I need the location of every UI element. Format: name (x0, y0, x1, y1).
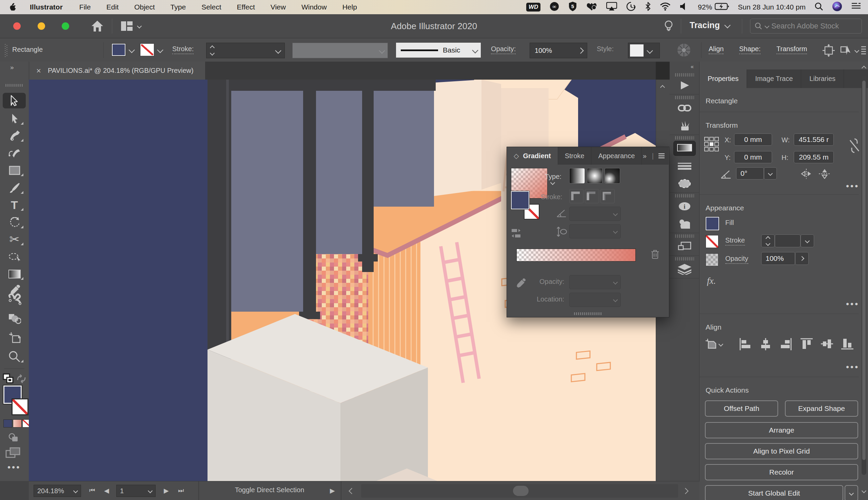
gradient-floating-panel[interactable]: ◇ Gradient Stroke Appearance » | Type: S… (507, 147, 669, 317)
rotate-angle-dropdown[interactable] (764, 167, 777, 180)
dock-drag-handle[interactable] (675, 257, 694, 261)
flip-horizontal-icon[interactable] (801, 169, 812, 181)
scroll-up-icon[interactable] (660, 85, 665, 90)
rotate-tool[interactable] (0, 215, 29, 230)
artboard-tool[interactable] (0, 330, 29, 345)
drag-handle[interactable] (5, 43, 8, 57)
reference-point-grid[interactable] (704, 137, 719, 154)
brushes-panel-icon[interactable] (670, 117, 699, 135)
apple-menu-icon[interactable] (9, 0, 21, 14)
dock-drag-handle[interactable] (675, 235, 694, 238)
appearance-opacity-swatch[interactable] (705, 253, 719, 266)
stroke-weight-field[interactable] (206, 43, 285, 58)
appearance-fill-swatch[interactable] (705, 217, 719, 230)
align-to-pixel-grid-button[interactable]: Align to Pixel Grid (705, 443, 858, 459)
appearance-stroke-label[interactable]: Stroke (725, 237, 745, 246)
siri-icon[interactable] (832, 1, 842, 13)
menu-edit[interactable]: Edit (99, 0, 126, 14)
stroke-along-button[interactable] (585, 189, 599, 203)
expand-shape-button[interactable]: Expand Shape (785, 400, 858, 417)
screen-mode-icon[interactable] (5, 447, 20, 460)
gradient-presets-chevron[interactable] (550, 180, 555, 185)
shape-link[interactable]: Shape: (739, 45, 760, 54)
actions-panel-icon[interactable] (670, 77, 699, 94)
opacity-field[interactable]: 100% (530, 43, 587, 58)
appearance-stroke-swatch[interactable] (705, 235, 719, 248)
recolor-artwork-icon[interactable] (677, 43, 691, 59)
panel-scrollbar-thumb[interactable] (862, 81, 866, 460)
expand-panel-icon[interactable]: » (643, 152, 647, 160)
stroke-weight-label[interactable]: Stroke: (172, 45, 193, 54)
toolbar-drag-handle[interactable] (5, 84, 24, 87)
stroke-weight-dropdown[interactable] (801, 235, 814, 247)
direct-selection-tool[interactable] (0, 111, 29, 127)
curvature-tool[interactable] (0, 145, 29, 161)
stroke-within-button[interactable] (569, 189, 583, 203)
selection-tool[interactable] (3, 93, 26, 109)
zoom-tool[interactable] (0, 349, 29, 364)
gradient-angle-dropdown[interactable] (569, 207, 621, 221)
bat-app-icon[interactable] (586, 2, 598, 13)
artboards-panel-icon[interactable] (670, 238, 699, 255)
color-mode-buttons[interactable] (3, 419, 31, 428)
dock-drag-handle[interactable] (675, 194, 694, 197)
dock-drag-handle[interactable] (675, 96, 694, 99)
linear-gradient-type-button[interactable] (569, 168, 585, 184)
wifi-icon[interactable] (660, 2, 671, 12)
pen-tool[interactable] (0, 128, 29, 144)
stop-opacity-dropdown[interactable] (569, 275, 621, 289)
more-options-dots[interactable]: ••• (846, 181, 859, 191)
flip-vertical-icon[interactable] (819, 169, 830, 181)
menu-app-name[interactable]: Illustrator (21, 0, 71, 14)
time-machine-icon[interactable] (626, 1, 636, 13)
transparency-panel-icon[interactable] (670, 175, 699, 192)
stroke-weight-stepper[interactable] (761, 235, 775, 247)
spotlight-icon[interactable] (814, 2, 823, 12)
gradient-panel-icon[interactable] (670, 139, 699, 157)
delete-stop-trash-icon[interactable] (651, 249, 659, 261)
stop-location-dropdown[interactable] (569, 293, 621, 307)
default-fill-stroke-icon[interactable] (3, 373, 14, 386)
artboard-navigation-field[interactable]: 1 (116, 485, 156, 497)
collapse-dock-icon[interactable]: « (670, 62, 699, 72)
tab-gradient[interactable]: ◇ Gradient (507, 147, 558, 164)
dock-drag-handle[interactable] (675, 136, 694, 139)
zoom-level-dropdown[interactable]: 204.18% (34, 485, 81, 497)
close-tab-icon[interactable]: × (36, 66, 41, 76)
scroll-right-icon[interactable] (682, 488, 688, 494)
menu-help[interactable]: Help (335, 0, 365, 14)
panel-scroll-down-icon[interactable] (861, 488, 866, 493)
more-options-dots[interactable]: ••• (846, 362, 859, 372)
puppet-warp-tool[interactable] (0, 291, 29, 307)
previous-artboard-icon[interactable]: ◀ (104, 487, 109, 495)
align-to-selector[interactable] (705, 338, 723, 350)
style-dropdown[interactable] (628, 43, 660, 58)
menu-type[interactable]: Type (163, 0, 194, 14)
scroll-left-icon[interactable] (348, 488, 355, 494)
layers-panel-icon[interactable] (670, 261, 699, 278)
swap-fill-stroke-icon[interactable] (16, 374, 26, 385)
reverse-gradient-icon[interactable] (511, 228, 524, 240)
align-right-icon[interactable] (780, 338, 792, 352)
collapse-panel-icon[interactable]: ◇ (514, 152, 519, 160)
tab-properties[interactable]: Properties (700, 69, 747, 88)
fill-chevron-icon[interactable] (129, 47, 135, 53)
gradient-button[interactable] (13, 419, 22, 428)
menu-file[interactable]: File (71, 0, 99, 14)
horizontal-scrollbar[interactable] (361, 484, 678, 498)
bluetooth-icon[interactable] (645, 2, 651, 13)
panel-resize-handle[interactable] (574, 312, 602, 315)
drawing-modes-icon[interactable] (8, 433, 20, 444)
color-button[interactable] (3, 419, 12, 428)
document-tab[interactable]: × PAVILIONS.ai* @ 204.18% (RGB/GPU Previ… (29, 62, 205, 80)
stroke-color-indicator[interactable] (12, 398, 29, 415)
global-edit-options-button[interactable] (845, 485, 858, 500)
panel-scrollbar[interactable] (861, 75, 866, 475)
edit-toolbar-dots[interactable]: ••• (8, 462, 21, 473)
appearance-opacity-more[interactable] (795, 252, 809, 265)
status-menu-arrow-icon[interactable]: ▶ (330, 487, 335, 495)
expand-toolbar-icon[interactable]: » (10, 64, 14, 71)
appearance-opacity-field[interactable]: 100% (761, 252, 795, 265)
rotate-angle-field[interactable]: 0° (736, 167, 764, 180)
offset-path-button[interactable]: Offset Path (705, 400, 778, 417)
